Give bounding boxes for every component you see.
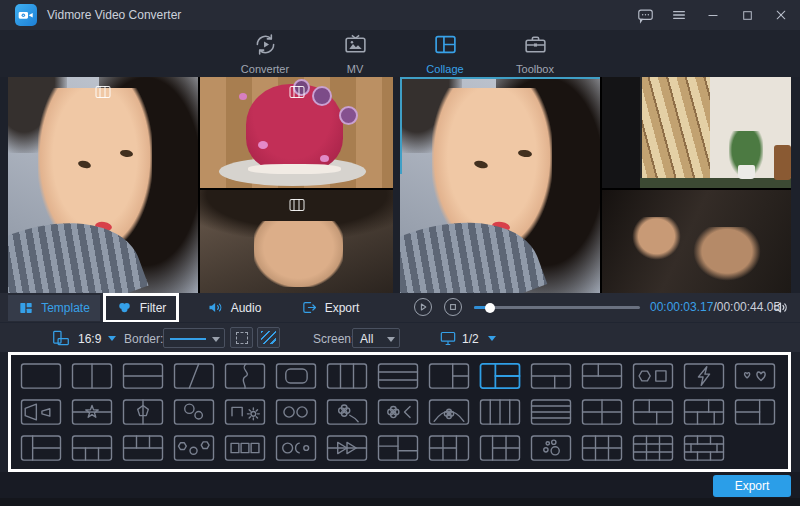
editor-cell-girl[interactable] [8, 77, 198, 293]
nav-tabs: ConverterMVCollageToolbox [0, 30, 800, 77]
volume-icon[interactable] [772, 299, 789, 320]
template-tile-hex-square[interactable] [632, 363, 674, 389]
template-tile-grid-2x2[interactable] [581, 399, 623, 425]
preview-cell-room[interactable] [602, 77, 791, 188]
feedback-icon[interactable] [636, 6, 654, 24]
template-tile-grid-2x2-offset[interactable] [632, 399, 674, 425]
template-tile-split-h2[interactable] [122, 363, 164, 389]
play-button[interactable] [414, 298, 432, 316]
template-tile-pip-rounded[interactable] [275, 363, 317, 389]
template-tile-lightning[interactable] [683, 363, 725, 389]
tab-toolbox[interactable]: Toolbox [503, 32, 567, 75]
editor-cell-cake[interactable] [200, 77, 393, 188]
template-tile-top1-bottom2-cells[interactable] [71, 435, 113, 461]
tab-label: Converter [241, 63, 289, 75]
titlebar: Vidmore Video Converter [0, 0, 800, 30]
template-tile-flag-sun[interactable] [224, 399, 266, 425]
tab-label: Collage [426, 63, 463, 75]
collage-icon [433, 32, 458, 61]
template-tile-top2-bottom1[interactable] [581, 363, 623, 389]
template-tile-arc-petal[interactable] [428, 399, 470, 425]
menu-icon[interactable] [670, 6, 688, 24]
template-tile-curve[interactable] [224, 363, 266, 389]
template-tile-grid-3x2[interactable] [581, 435, 623, 461]
template-tile-circle-moon-dot[interactable] [275, 435, 317, 461]
template-tile-clover-line[interactable] [326, 399, 368, 425]
template-tile-leftcol-grid2x2[interactable] [479, 435, 521, 461]
tab-mv[interactable]: MV [323, 32, 387, 75]
template-tile-circles-diagonal[interactable] [173, 399, 215, 425]
template-tile-grid-3x3[interactable] [632, 435, 674, 461]
template-tile-cols-4[interactable] [479, 399, 521, 425]
template-tile-split-v2[interactable] [71, 363, 113, 389]
minimize-button[interactable] [704, 6, 722, 24]
progress-knob[interactable] [485, 303, 495, 313]
template-tile-rows-4[interactable] [530, 399, 572, 425]
tab-collage[interactable]: Collage [413, 32, 477, 75]
template-tile-star-line[interactable] [71, 399, 113, 425]
cell-media-icon[interactable] [289, 199, 304, 211]
template-tile-petal-angle[interactable] [377, 399, 419, 425]
template-tile-hearts[interactable] [734, 363, 776, 389]
border-fill-button[interactable] [257, 327, 280, 348]
template-tile-left1-right2-selected[interactable] [479, 363, 521, 389]
app-window: Vidmore Video Converter ConverterMVColla… [0, 0, 800, 506]
template-tile-bricks[interactable] [683, 399, 725, 425]
selected-cell-outline [400, 77, 402, 174]
stop-button[interactable] [444, 298, 462, 316]
border-corner-button[interactable] [230, 327, 253, 348]
aspect-ratio-icon[interactable] [52, 330, 70, 350]
template-tile-left1-right2-narrow[interactable] [428, 363, 470, 389]
template-tile-cols-3[interactable] [326, 363, 368, 389]
tool-tab-filter[interactable]: Filter [103, 293, 179, 323]
cell-media-icon[interactable] [96, 86, 111, 98]
tab-label: MV [347, 63, 364, 75]
close-button[interactable] [772, 6, 790, 24]
converter-icon [253, 32, 278, 61]
preview-cell-couple[interactable] [602, 190, 791, 293]
tool-tab-label: Export [325, 301, 360, 315]
editor-cell-portrait2[interactable] [200, 190, 393, 293]
template-grid [8, 352, 791, 472]
timestamp: 00:00:03.17/00:00:44.05 [650, 300, 780, 314]
template-tile-rows-3[interactable] [377, 363, 419, 389]
template-tile-grid-3x3-center[interactable] [683, 435, 725, 461]
template-tile-left2-right1[interactable] [734, 399, 776, 425]
template-tile-quad-offset[interactable] [377, 435, 419, 461]
aspect-ratio-value[interactable]: 16:9 [78, 332, 101, 346]
tool-tab-audio[interactable]: Audio [191, 295, 277, 321]
preview-cell-girl[interactable] [400, 77, 600, 293]
tool-tab-label: Audio [231, 301, 262, 315]
filter-icon [116, 299, 133, 316]
template-grid-rows [20, 363, 782, 461]
template-tile-squares-3[interactable] [224, 435, 266, 461]
cell-media-icon[interactable] [289, 86, 304, 98]
screen-select[interactable]: All [352, 328, 400, 348]
template-tile-circles-2[interactable] [275, 399, 317, 425]
window-controls [636, 0, 790, 30]
maximize-button[interactable] [738, 6, 756, 24]
template-tile-top2-bottom1-cells[interactable] [122, 435, 164, 461]
template-tile-play-arrows[interactable] [326, 435, 368, 461]
template-tile-top1-bottom2[interactable] [530, 363, 572, 389]
template-tile-single[interactable] [20, 363, 62, 389]
template-tile-diagonal[interactable] [173, 363, 215, 389]
export-button[interactable]: Export [713, 475, 791, 497]
border-style-select[interactable] [163, 328, 225, 348]
border-select-caret [212, 337, 220, 342]
template-tile-grid2x2-rightcol[interactable] [428, 435, 470, 461]
tool-tab-export[interactable]: Export [285, 295, 375, 321]
tab-converter[interactable]: Converter [233, 32, 297, 75]
tool-tab-template[interactable]: Template [8, 295, 100, 321]
playback-controls: 00:00:03.17/00:00:44.05 [400, 293, 800, 322]
template-tile-pentagon-line[interactable] [122, 399, 164, 425]
template-tile-left1-right2-wide[interactable] [20, 435, 62, 461]
template-tile-bubbles[interactable] [530, 435, 572, 461]
template-tile-hex-circle-hex[interactable] [173, 435, 215, 461]
output-preview-panel [400, 77, 791, 293]
progress-slider[interactable] [474, 306, 640, 309]
aspect-ratio-caret[interactable] [108, 336, 116, 341]
window-title: Vidmore Video Converter [47, 0, 181, 30]
template-tile-megaphone[interactable] [20, 399, 62, 425]
page-caret[interactable] [488, 336, 496, 341]
